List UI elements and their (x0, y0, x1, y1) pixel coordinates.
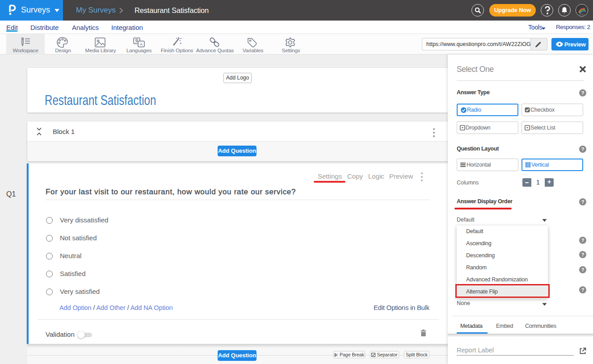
svg-text:A: A (140, 42, 143, 46)
